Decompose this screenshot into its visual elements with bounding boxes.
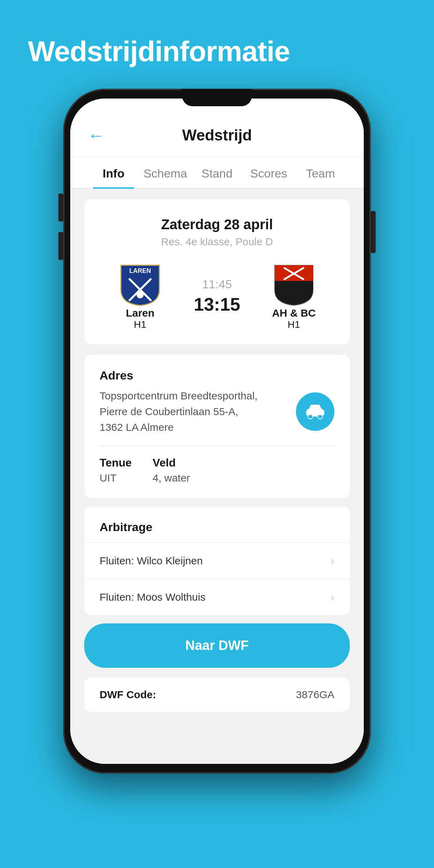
- address-label: Adres: [100, 369, 334, 382]
- away-team: ah&bc AH & BC H1: [259, 262, 329, 330]
- tenue-item: Tenue UIT: [100, 456, 132, 484]
- veld-label: Veld: [153, 456, 190, 469]
- arbitrage-section: Arbitrage Fluiten: Wilco Kleijnen › Flui…: [84, 506, 350, 615]
- navigate-button[interactable]: [296, 392, 334, 431]
- address-section: Adres Topsportcentrum Breedtesporthal, P…: [84, 355, 350, 498]
- chevron-icon-1: ›: [331, 590, 334, 604]
- veld-item: Veld 4, water: [153, 456, 190, 484]
- address-line3: 1362 LA Almere: [100, 421, 174, 433]
- dwf-code-row: DWF Code: 3876GA: [84, 678, 350, 712]
- divider-1: [100, 446, 334, 446]
- time-actual: 13:15: [194, 294, 240, 315]
- arbitrage-name-1: Fluiten: Moos Wolthuis: [100, 591, 205, 603]
- volume-down-button[interactable]: [58, 232, 63, 260]
- tenue-label: Tenue: [100, 456, 132, 469]
- away-team-sub: H1: [288, 319, 300, 330]
- away-team-name: AH & BC: [272, 307, 316, 319]
- address-text: Topsportcentrum Breedtesporthal, Pierre …: [100, 388, 289, 435]
- address-line2: Pierre de Coubertinlaan 55-A,: [100, 406, 238, 417]
- home-team: LAREN Laren H1: [105, 262, 175, 330]
- app-header: ← Wedstrijd: [70, 99, 364, 157]
- tab-scores[interactable]: Scores: [243, 157, 295, 188]
- phone-screen: ← Wedstrijd Info Schema Stand Scores Tea…: [70, 99, 364, 764]
- header-title: Wedstrijd: [88, 126, 346, 157]
- match-card: Zaterdag 28 april Res. 4e klasse, Poule …: [84, 199, 350, 344]
- home-team-name: Laren: [126, 307, 154, 319]
- score-area: 11:45 13:15: [175, 277, 259, 315]
- veld-value: 4, water: [153, 472, 190, 484]
- svg-text:LAREN: LAREN: [129, 267, 151, 274]
- phone-notch: [182, 89, 252, 106]
- tabs-bar: Info Schema Stand Scores Team: [70, 157, 364, 189]
- match-date: Zaterdag 28 april: [98, 217, 336, 232]
- page-bg-title: Wedstrijdinformatie: [0, 0, 434, 89]
- tenue-value: UIT: [100, 472, 132, 484]
- match-league: Res. 4e klasse, Poule D: [98, 236, 336, 248]
- svg-rect-11: [306, 410, 324, 415]
- time-scheduled: 11:45: [202, 277, 232, 291]
- car-icon: [305, 401, 326, 422]
- laren-logo: LAREN: [117, 262, 163, 307]
- back-button[interactable]: ←: [88, 126, 104, 145]
- arbitrage-item-0[interactable]: Fluiten: Wilco Kleijnen ›: [84, 542, 350, 579]
- arbitrage-item-1[interactable]: Fluiten: Moos Wolthuis ›: [84, 579, 350, 615]
- match-teams: LAREN Laren H1 11:: [98, 262, 336, 330]
- arbitrage-name-0: Fluiten: Wilco Kleijnen: [100, 555, 203, 567]
- dwf-code-label: DWF Code:: [100, 689, 156, 701]
- content-area: Zaterdag 28 april Res. 4e klasse, Poule …: [70, 189, 364, 764]
- tab-schema[interactable]: Schema: [139, 157, 191, 188]
- svg-rect-7: [275, 281, 313, 300]
- dwf-button[interactable]: Naar DWF: [84, 623, 350, 668]
- chevron-icon-0: ›: [331, 554, 334, 567]
- details-row: Tenue UIT Veld 4, water: [100, 456, 334, 484]
- volume-up-button[interactable]: [58, 194, 63, 222]
- dwf-code-value: 3876GA: [296, 689, 334, 701]
- screen-content: ← Wedstrijd Info Schema Stand Scores Tea…: [70, 99, 364, 764]
- svg-point-3: [137, 291, 144, 298]
- address-line1: Topsportcentrum Breedtesporthal,: [100, 390, 258, 402]
- phone-device: ← Wedstrijd Info Schema Stand Scores Tea…: [63, 89, 371, 774]
- arbitrage-label: Arbitrage: [84, 506, 350, 542]
- power-button[interactable]: [371, 211, 376, 253]
- ahbc-logo: ah&bc: [271, 262, 317, 307]
- tab-info[interactable]: Info: [88, 157, 139, 188]
- address-row: Topsportcentrum Breedtesporthal, Pierre …: [100, 388, 334, 435]
- tab-team[interactable]: Team: [295, 157, 346, 188]
- home-team-sub: H1: [134, 319, 146, 330]
- tab-stand[interactable]: Stand: [191, 157, 243, 188]
